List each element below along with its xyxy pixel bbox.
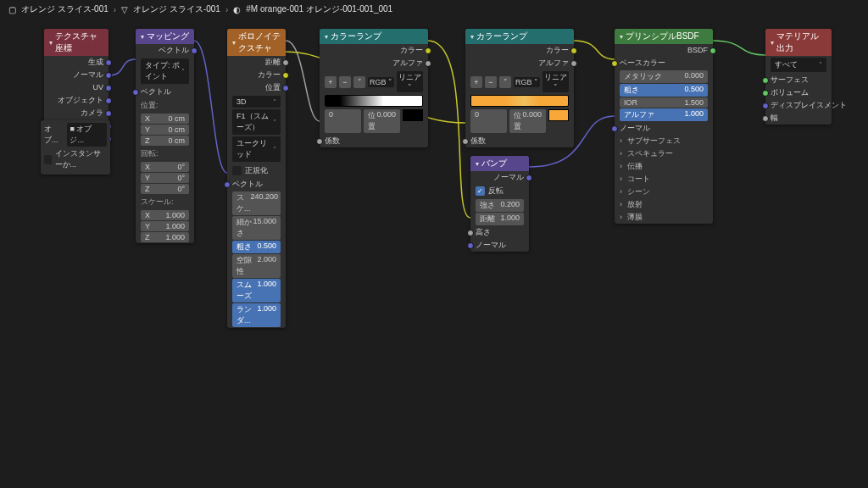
node-header[interactable]: ▾カラーランプ xyxy=(465,29,574,44)
socket-output[interactable]: BSDF xyxy=(615,44,713,57)
node-header[interactable]: ▾プリンシプルBSDF xyxy=(615,29,713,44)
socket-output[interactable]: アルファ xyxy=(320,57,428,69)
stop-index[interactable]: 0 xyxy=(470,109,507,133)
socket-input[interactable]: ノーマル xyxy=(470,239,529,252)
distance-input[interactable]: 距離1.000 xyxy=(476,213,524,225)
group-subsurface[interactable]: › サブサーフェス xyxy=(615,135,713,147)
stop-position[interactable]: 位置0.000 xyxy=(364,109,400,133)
socket-input[interactable]: 係数 xyxy=(320,135,428,147)
rot-y[interactable]: Y0° xyxy=(141,173,189,183)
dimensions-dropdown[interactable]: 3D˅ xyxy=(232,96,281,108)
color-mode-dropdown[interactable]: RGB ˅ xyxy=(514,77,540,87)
randomness-input[interactable]: ランダ...1.000 xyxy=(232,303,281,327)
gradient-bar[interactable] xyxy=(325,95,423,107)
loc-z[interactable]: Z0 cm xyxy=(141,136,189,146)
loc-y[interactable]: Y0 cm xyxy=(141,125,189,135)
smoothness-input[interactable]: スムーズ1.000 xyxy=(232,279,281,302)
node-mapping[interactable]: ▾マッピング ベクトル タイプ: ポイント˅ ベクトル 位置: X0 cm Y0… xyxy=(136,29,194,243)
node-principled-bsdf[interactable]: ▾プリンシプルBSDF BSDF ベースカラー メタリック0.000 粗さ0.5… xyxy=(615,29,713,224)
node-material-output[interactable]: ▾マテリアル出力 すべて˅ サーフェス ボリューム ディスプレイスメント 幅 xyxy=(765,29,832,125)
metallic-input[interactable]: メタリック0.000 xyxy=(620,70,708,83)
socket-output[interactable]: カラー xyxy=(227,69,286,81)
roughness-input[interactable]: 粗さ0.500 xyxy=(620,84,708,97)
ior-input[interactable]: IOR1.500 xyxy=(620,97,708,108)
group-sheen[interactable]: › シーン xyxy=(615,186,713,198)
scale-y[interactable]: Y1.000 xyxy=(141,221,189,231)
metric-dropdown[interactable]: ユークリッド˅ xyxy=(232,136,281,162)
interpolation-dropdown[interactable]: リニア ˅ xyxy=(542,71,569,92)
node-header[interactable]: ▾カラーランプ xyxy=(320,29,428,44)
scale-z[interactable]: Z1.000 xyxy=(141,232,189,242)
target-dropdown[interactable]: すべて˅ xyxy=(771,58,826,72)
group-coat[interactable]: › コート xyxy=(615,173,713,186)
node-header[interactable]: ▾バンプ xyxy=(470,156,529,171)
strength-input[interactable]: 強さ0.200 xyxy=(476,199,524,212)
node-bump[interactable]: ▾バンプ ノーマル ✓反転 強さ0.200 距離1.000 高さ ノーマル xyxy=(470,156,529,252)
remove-stop-button[interactable]: − xyxy=(339,76,351,88)
scale-input[interactable]: スケ...240.200 xyxy=(232,191,281,215)
texcoord-panel[interactable]: オブ... ■ オブジ... インスタンサーか... xyxy=(41,120,110,175)
gradient-bar[interactable] xyxy=(470,95,569,107)
node-header[interactable]: ▾テクスチャ座標 xyxy=(44,29,108,56)
scale-x[interactable]: X1.000 xyxy=(141,210,189,220)
node-header[interactable]: ▾マテリアル出力 xyxy=(765,29,832,56)
stop-position[interactable]: 位置0.000 xyxy=(509,109,546,133)
socket-output[interactable]: ベクトル xyxy=(136,44,194,57)
alpha-input[interactable]: アルファ1.000 xyxy=(620,108,708,121)
socket-input[interactable]: 高さ xyxy=(470,226,529,239)
socket-output[interactable]: ノーマル xyxy=(470,171,529,184)
socket-input[interactable]: ベクトル xyxy=(136,86,194,98)
ramp-menu-button[interactable]: ˅ xyxy=(499,76,511,88)
socket-output[interactable]: カラー xyxy=(320,44,428,57)
type-dropdown[interactable]: タイプ: ポイント˅ xyxy=(141,58,189,84)
detail-input[interactable]: 細かさ15.000 xyxy=(232,216,281,240)
socket-output[interactable]: カメラ xyxy=(44,107,108,119)
breadcrumb-item[interactable]: オレンジ スライス-001 xyxy=(21,3,108,15)
node-color-ramp-2[interactable]: ▾カラーランプ カラー アルファ + − ˅ RGB ˅ リニア ˅ 0 位置0… xyxy=(465,29,574,147)
socket-input[interactable]: ベクトル xyxy=(227,178,286,191)
ramp-menu-button[interactable]: ˅ xyxy=(353,76,365,88)
normalize-checkbox[interactable] xyxy=(232,166,242,175)
node-color-ramp-1[interactable]: ▾カラーランプ カラー アルファ + − ˅ RGB ˅ リニア ˅ 0 位置0… xyxy=(320,29,428,147)
rot-z[interactable]: Z0° xyxy=(141,184,189,194)
rot-x[interactable]: X0° xyxy=(141,162,189,172)
breadcrumb-item[interactable]: #M orange-001 オレンジ-001-001_001 xyxy=(246,3,392,15)
roughness-input[interactable]: 粗さ0.500 xyxy=(232,241,281,253)
socket-output[interactable]: 生成 xyxy=(44,56,108,69)
add-stop-button[interactable]: + xyxy=(325,76,337,88)
socket-output[interactable]: UV xyxy=(44,81,108,94)
socket-input[interactable]: ノーマル xyxy=(615,122,713,135)
socket-output[interactable]: アルファ xyxy=(465,57,574,69)
interpolation-dropdown[interactable]: リニア ˅ xyxy=(397,71,423,92)
socket-input[interactable]: サーフェス xyxy=(765,74,832,86)
add-stop-button[interactable]: + xyxy=(470,76,482,88)
group-emission[interactable]: › 放射 xyxy=(615,198,713,211)
socket-output[interactable]: オブジェクト xyxy=(44,94,108,107)
socket-input[interactable]: 係数 xyxy=(465,135,574,147)
stop-index[interactable]: 0 xyxy=(325,109,361,133)
feature-dropdown[interactable]: F1（スムーズ）˅ xyxy=(232,109,281,135)
color-mode-dropdown[interactable]: RGB ˅ xyxy=(368,77,394,87)
stop-color-swatch[interactable] xyxy=(548,109,569,121)
node-header[interactable]: ▾ボロノイテクスチャ xyxy=(227,29,286,56)
loc-x[interactable]: X0 cm xyxy=(141,114,189,124)
node-voronoi-texture[interactable]: ▾ボロノイテクスチャ 距離 カラー 位置 3D˅ F1（スムーズ）˅ ユークリッ… xyxy=(227,29,286,328)
node-header[interactable]: ▾マッピング xyxy=(136,29,194,44)
group-transmission[interactable]: › 伝播 xyxy=(615,160,713,173)
breadcrumb-item[interactable]: オレンジ スライス-001 xyxy=(133,3,220,15)
socket-input[interactable]: 幅 xyxy=(765,112,832,125)
socket-output[interactable]: カラー xyxy=(465,44,574,57)
socket-input[interactable]: ボリューム xyxy=(765,86,832,99)
invert-checkbox[interactable]: ✓ xyxy=(476,186,485,196)
checkbox[interactable] xyxy=(44,155,52,164)
group-specular[interactable]: › スペキュラー xyxy=(615,147,713,160)
stop-color-swatch[interactable] xyxy=(403,109,423,121)
group-thinfilm[interactable]: › 薄膜 xyxy=(615,211,713,224)
object-field[interactable]: ■ オブジ... xyxy=(67,123,107,147)
remove-stop-button[interactable]: − xyxy=(485,76,497,88)
lacunarity-input[interactable]: 空隙性2.000 xyxy=(232,254,281,278)
socket-input[interactable]: ディスプレイスメント xyxy=(765,99,832,112)
socket-output[interactable]: 距離 xyxy=(227,56,286,69)
socket-output[interactable]: 位置 xyxy=(227,81,286,94)
socket-input[interactable]: ベースカラー xyxy=(615,57,713,69)
